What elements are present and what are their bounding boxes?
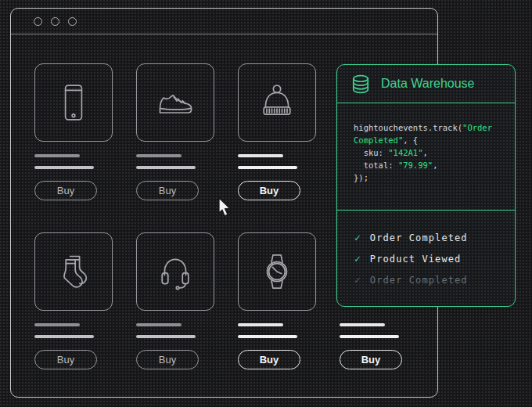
sneaker-icon xyxy=(155,82,196,123)
product-price-placeholder xyxy=(136,166,196,169)
product-price-placeholder xyxy=(136,335,196,338)
product-card xyxy=(136,232,214,311)
window-control-icon[interactable] xyxy=(51,17,59,26)
code-token: sku: xyxy=(354,148,388,157)
code-token: }); xyxy=(354,173,368,182)
buy-button[interactable]: Buy xyxy=(238,350,300,369)
check-icon: ✓ xyxy=(354,274,361,286)
product-column-covered: Buy xyxy=(340,323,418,369)
code-token: "142A1" xyxy=(388,148,422,157)
event-label: Order Completed xyxy=(370,232,468,243)
check-icon: ✓ xyxy=(354,232,361,243)
code-line: Completed", { xyxy=(354,134,515,146)
product-column-sneaker: Buy xyxy=(136,63,214,200)
buy-button[interactable]: Buy xyxy=(238,181,300,200)
socks-icon xyxy=(53,251,94,292)
product-title-placeholder xyxy=(340,323,385,326)
product-card xyxy=(238,232,316,311)
code-token: , xyxy=(423,148,428,157)
data-warehouse-panel: Data Warehouse hightouchevents.track("Or… xyxy=(336,64,516,307)
code-line: sku: "142A1", xyxy=(354,146,515,159)
buy-button[interactable]: Buy xyxy=(136,350,199,369)
buy-button[interactable]: Buy xyxy=(34,350,97,369)
product-card xyxy=(34,63,113,142)
event-list: ✓ Order Completed ✓ Product Viewed ✓ Ord… xyxy=(337,211,515,290)
product-column-socks: Buy xyxy=(34,232,113,369)
code-token: "Order xyxy=(462,123,492,132)
window-control-icon[interactable] xyxy=(68,17,77,26)
check-icon: ✓ xyxy=(354,253,361,265)
buy-button[interactable]: Buy xyxy=(34,181,97,200)
watch-icon xyxy=(257,251,297,292)
code-line: total: "79.99", xyxy=(354,159,515,171)
event-label: Order Completed xyxy=(370,275,468,286)
product-column-watch: Buy xyxy=(238,232,316,369)
product-price-placeholder xyxy=(238,166,297,169)
buy-button[interactable]: Buy xyxy=(136,181,199,200)
code-line: hightouchevents.track("Order xyxy=(354,121,515,134)
product-price-placeholder xyxy=(238,335,297,338)
browser-titlebar xyxy=(11,9,437,34)
product-price-placeholder xyxy=(34,335,94,338)
product-price-placeholder xyxy=(34,166,94,169)
product-title-placeholder xyxy=(34,154,80,157)
product-title-placeholder xyxy=(238,323,283,326)
code-token: "79.99" xyxy=(398,160,433,170)
panel-header: Data Warehouse xyxy=(337,65,515,103)
code-token: , xyxy=(433,160,437,170)
code-token: , { xyxy=(403,135,418,145)
product-card xyxy=(136,63,214,142)
code-snippet: hightouchevents.track("Order Completed",… xyxy=(337,103,515,211)
product-card xyxy=(238,63,316,142)
product-column-headphones: Buy xyxy=(136,232,214,369)
code-token: Completed" xyxy=(354,135,403,145)
event-label: Product Viewed xyxy=(370,254,462,265)
page: { "colors": { "accent": "#3ecf8e", "code… xyxy=(0,0,532,407)
product-price-placeholder xyxy=(340,335,399,338)
product-title-placeholder xyxy=(238,154,283,157)
event-item: ✓ Order Completed xyxy=(354,269,515,290)
product-column-phone: Buy xyxy=(34,63,113,200)
product-title-placeholder xyxy=(136,154,182,157)
product-column-beanie: Buy xyxy=(238,63,316,200)
window-control-icon[interactable] xyxy=(34,17,42,26)
code-line: }); xyxy=(354,171,515,184)
buy-button[interactable]: Buy xyxy=(340,350,402,369)
code-token: hightouchevents.track( xyxy=(354,123,462,132)
event-item: ✓ Product Viewed xyxy=(354,248,515,269)
headphones-icon xyxy=(155,251,196,292)
code-token: total: xyxy=(354,160,398,170)
beanie-icon xyxy=(257,82,297,123)
event-item: ✓ Order Completed xyxy=(354,227,515,248)
product-title-placeholder xyxy=(136,323,182,326)
database-icon xyxy=(350,74,371,95)
panel-title: Data Warehouse xyxy=(381,77,474,91)
phone-icon xyxy=(54,83,93,122)
product-title-placeholder xyxy=(34,323,80,326)
product-card xyxy=(34,232,113,311)
mouse-cursor-icon xyxy=(217,196,233,222)
